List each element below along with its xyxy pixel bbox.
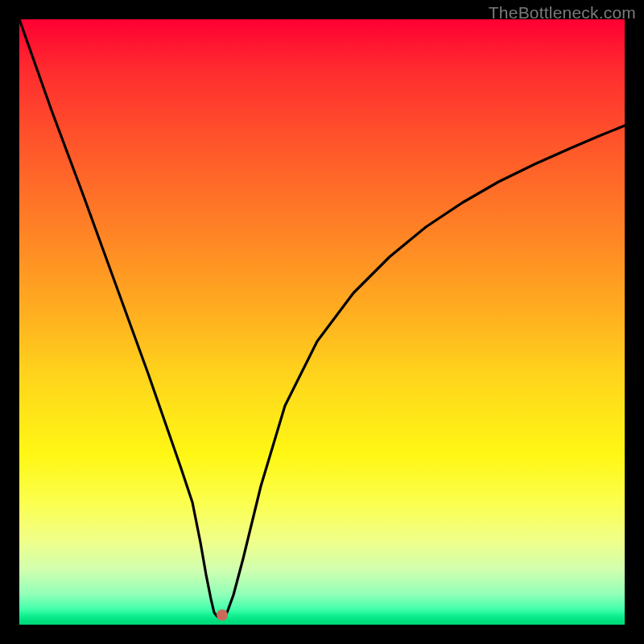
watermark-text: TheBottleneck.com	[489, 3, 636, 23]
chart-container: TheBottleneck.com	[0, 0, 644, 644]
plot-area	[19, 19, 625, 625]
chart-line	[19, 19, 625, 625]
optimum-marker	[217, 609, 228, 621]
